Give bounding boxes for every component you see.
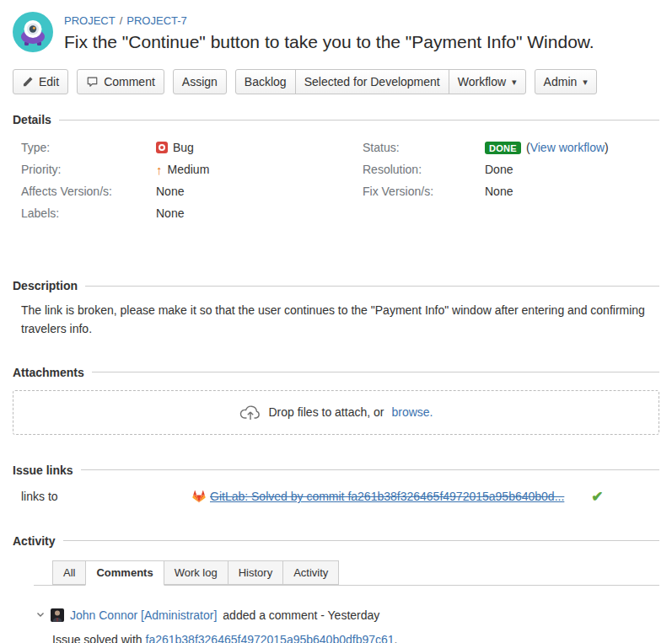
assign-button[interactable]: Assign <box>173 69 227 94</box>
backlog-button-label: Backlog <box>245 75 287 88</box>
field-priority: Priority: ↑ Medium <box>21 161 363 178</box>
tab-comments[interactable]: Comments <box>85 560 164 586</box>
workflow-dropdown-button[interactable]: Workflow ▾ <box>449 69 526 94</box>
type-value: Bug <box>156 141 194 154</box>
field-type: Type: Bug <box>21 139 363 156</box>
link-relation-label: links to <box>21 490 192 503</box>
field-resolution: Resolution: Done <box>363 161 659 178</box>
description-section: Description The link is broken, please m… <box>13 279 659 338</box>
issue-link-row: links to GitLab: Solved by commit fa261b… <box>21 490 659 504</box>
activity-section: Activity All Comments Work log History A… <box>13 534 659 643</box>
assign-button-label: Assign <box>182 75 218 88</box>
details-columns: Type: Bug Priority: ↑ Medium Affects Ver… <box>13 139 659 227</box>
priority-value: ↑ Medium <box>156 163 209 176</box>
status-value: DONE (View workflow) <box>485 141 609 154</box>
affects-versions-label: Affects Version/s: <box>21 185 156 198</box>
labels-value: None <box>156 206 184 220</box>
pencil-icon <box>22 76 34 88</box>
field-status: Status: DONE (View workflow) <box>363 139 659 156</box>
comment-text-suffix: . <box>395 633 398 643</box>
priority-label: Priority: <box>21 163 156 176</box>
activity-heading: Activity <box>13 534 659 548</box>
workflow-button-group: Backlog Selected for Development Workflo… <box>235 69 526 94</box>
dropzone-text: Drop files to attach, or <box>269 405 384 419</box>
attachments-heading: Attachments <box>13 366 659 379</box>
gitlab-commit-link[interactable]: GitLab: Solved by commit fa261b38f326465… <box>210 490 564 503</box>
description-heading: Description <box>13 279 659 292</box>
details-section: Details Type: Bug Priority: ↑ Medium <box>13 113 659 227</box>
cloud-upload-icon <box>239 403 261 421</box>
type-value-text: Bug <box>173 141 194 154</box>
attachments-section: Attachments Drop files to attach, or bro… <box>13 366 659 435</box>
caret-down-icon: ▾ <box>583 78 588 87</box>
view-workflow-wrap: (View workflow) <box>526 141 609 154</box>
edit-button-label: Edit <box>39 75 59 88</box>
breadcrumb: PROJECT/PROJECT-7 <box>64 14 594 27</box>
comment-text: Issue solved with <box>52 633 142 643</box>
page-title: Fix the "Continue" button to take you to… <box>64 31 594 52</box>
admin-dropdown-label: Admin <box>544 75 578 88</box>
type-label: Type: <box>21 141 156 154</box>
details-right-column: Status: DONE (View workflow) Resolution:… <box>363 139 659 227</box>
view-workflow-link[interactable]: View workflow <box>530 141 605 154</box>
fix-versions-label: Fix Version/s: <box>363 185 485 198</box>
selected-for-development-label: Selected for Development <box>304 75 440 88</box>
issue-links-heading: Issue links <box>13 463 659 477</box>
activity-tabs: All Comments Work log History Activity <box>34 560 659 586</box>
resolved-check-icon: ✔ <box>591 490 603 504</box>
details-heading: Details <box>13 113 659 126</box>
comment-header: John Connor [Administrator] added a comm… <box>36 608 659 622</box>
breadcrumb-separator: / <box>120 14 123 27</box>
fix-versions-value: None <box>485 185 513 198</box>
browse-link[interactable]: browse. <box>391 405 433 419</box>
tab-work-log[interactable]: Work log <box>164 560 228 585</box>
comment-button-label: Comment <box>104 75 155 88</box>
field-labels: Labels: None <box>21 205 363 222</box>
project-avatar[interactable] <box>13 12 53 52</box>
user-avatar[interactable] <box>51 608 64 622</box>
header-text: PROJECT/PROJECT-7 Fix the "Continue" but… <box>64 12 594 52</box>
breadcrumb-issue-link[interactable]: PROJECT-7 <box>126 14 187 27</box>
field-fix-versions: Fix Version/s: None <box>363 183 659 200</box>
affects-versions-value: None <box>156 185 184 198</box>
priority-medium-icon: ↑ <box>156 163 163 176</box>
tab-activity[interactable]: Activity <box>282 560 339 585</box>
tab-all[interactable]: All <box>52 560 86 585</box>
comment-button[interactable]: Comment <box>77 69 164 94</box>
status-badge: DONE <box>485 142 521 154</box>
attachment-dropzone[interactable]: Drop files to attach, or browse. <box>13 390 659 435</box>
chevron-down-icon[interactable] <box>36 612 45 618</box>
paren-close: ) <box>605 141 609 154</box>
field-affects-versions: Affects Version/s: None <box>21 183 363 200</box>
edit-button[interactable]: Edit <box>13 69 68 94</box>
comment-author-link[interactable]: John Connor [Administrator] <box>70 608 217 622</box>
breadcrumb-project-link[interactable]: PROJECT <box>64 14 116 27</box>
labels-label: Labels: <box>21 206 156 220</box>
admin-dropdown-button[interactable]: Admin ▾ <box>535 69 597 94</box>
project-avatar-icon <box>13 12 53 52</box>
issue-page: PROJECT/PROJECT-7 Fix the "Continue" but… <box>0 0 672 643</box>
bug-type-icon <box>156 142 168 153</box>
backlog-button[interactable]: Backlog <box>235 69 296 94</box>
description-text: The link is broken, please make it so th… <box>21 302 655 338</box>
tab-history[interactable]: History <box>228 560 283 585</box>
issue-links-section: Issue links links to GitLab: Solved by c… <box>13 463 659 504</box>
details-left-column: Type: Bug Priority: ↑ Medium Affects Ver… <box>13 139 363 227</box>
comment-body: Issue solved with fa261b38f326465f497201… <box>52 633 659 643</box>
gitlab-icon <box>192 490 206 503</box>
workflow-dropdown-label: Workflow <box>458 75 506 88</box>
caret-down-icon: ▾ <box>512 78 517 87</box>
comment-meta: added a comment - Yesterday <box>223 608 379 622</box>
resolution-value: Done <box>485 163 513 176</box>
toolbar: Edit Comment Assign Backlog Selected for… <box>13 69 659 94</box>
issue-header: PROJECT/PROJECT-7 Fix the "Continue" but… <box>13 12 659 52</box>
speech-bubble-icon <box>86 76 99 88</box>
resolution-label: Resolution: <box>363 163 485 176</box>
priority-value-text: Medium <box>168 163 210 176</box>
status-label: Status: <box>363 141 485 154</box>
selected-for-development-button[interactable]: Selected for Development <box>295 69 449 94</box>
commit-hash-link[interactable]: fa261b38f326465f4972015a95b640b0dfb97c61 <box>146 633 395 643</box>
